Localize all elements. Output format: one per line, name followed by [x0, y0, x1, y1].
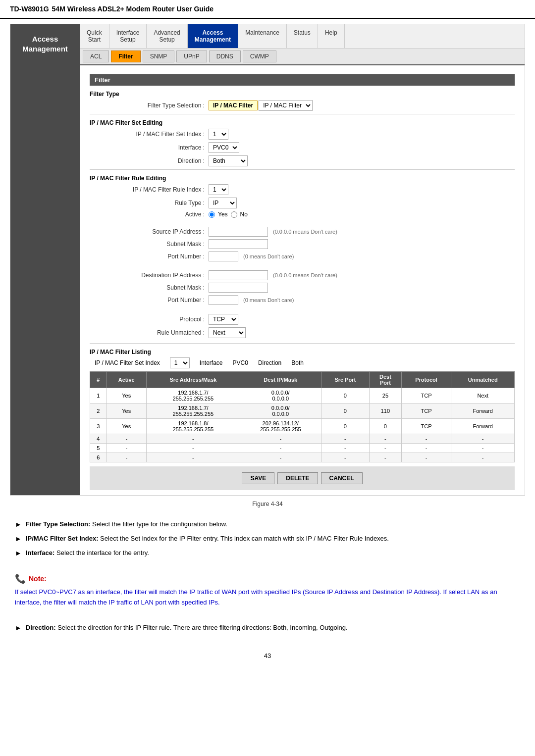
note-icon: 📞 — [15, 573, 26, 584]
table-cell: 0 — [321, 388, 370, 403]
table-cell: - — [370, 444, 401, 453]
nav-interface-setup[interactable]: InterfaceSetup — [109, 24, 147, 48]
table-cell: - — [146, 434, 240, 444]
subnav-cwmp[interactable]: CWMP — [243, 50, 276, 62]
table-cell: - — [451, 444, 515, 453]
desc-direction-term: Direction: — [26, 624, 56, 631]
arrow-icon-1: ► — [15, 519, 22, 530]
src-ip-input[interactable]: 192.168.1.7 — [209, 227, 268, 237]
subnav-acl[interactable]: ACL — [83, 50, 109, 62]
desc-interface-body: Select the interface for the entry. — [54, 549, 149, 556]
table-cell: TCP — [401, 403, 451, 419]
protocol-label: Protocol : — [100, 316, 209, 323]
bottom-buttons: SAVE DELETE CANCEL — [90, 466, 515, 490]
delete-button[interactable]: DELETE — [277, 472, 318, 484]
src-port-input[interactable]: 0 — [209, 252, 238, 261]
rule-type-select[interactable]: IP MAC — [209, 198, 237, 208]
active-row: Active : Yes No — [90, 211, 515, 218]
dst-ip-label: Destination IP Address : — [100, 272, 209, 279]
protocol-select[interactable]: TCP UDP ICMP All — [209, 314, 238, 325]
table-cell: 5 — [90, 444, 107, 453]
active-no-radio[interactable] — [231, 211, 237, 218]
table-info-row: IP / MAC Filter Set Index 1 Interface PV… — [90, 357, 515, 368]
interface-select[interactable]: PVC0 PVC1 LAN — [209, 142, 239, 153]
table-cell: 0 — [370, 419, 401, 434]
src-ip-label: Source IP Address : — [100, 228, 209, 235]
main-container: AccessManagement QuickStart InterfaceSet… — [10, 24, 525, 496]
dst-ip-input[interactable]: 0.0.0.0 — [209, 270, 268, 280]
rule-unmatched-select[interactable]: Next Forward Drop — [209, 327, 246, 338]
dst-port-hint: (0 means Don't care) — [243, 297, 294, 303]
protocol-row: Protocol : TCP UDP ICMP All — [90, 314, 515, 325]
filter-type-dropdown[interactable]: IP / MAC Filter — [259, 100, 313, 111]
subnav-snmp[interactable]: SNMP — [143, 50, 175, 62]
desc-set-index-term: IP/MAC Filter Set Index: — [26, 535, 99, 542]
desc-filter-type-body: Select the filter type for the configura… — [90, 520, 227, 528]
direction-row: Direction : Both Incoming Outgoing — [90, 155, 515, 166]
table-row: 5------- — [90, 444, 515, 453]
nav-access-management[interactable]: AccessManagement — [188, 24, 238, 48]
nav-quick-start[interactable]: QuickStart — [80, 24, 109, 48]
dst-port-input[interactable]: 25 — [209, 295, 238, 305]
interface-row: Interface : PVC0 PVC1 LAN — [90, 142, 515, 153]
table-cell: 0.0.0.0/0.0.0.0 — [240, 388, 321, 403]
table-cell: 25 — [370, 388, 401, 403]
table-cell: 192.168.1.7/255.255.255.255 — [146, 388, 240, 403]
table-cell: 192.168.1.8/255.255.255.255 — [146, 419, 240, 434]
dst-subnet-input[interactable]: 0.0.0.0 — [209, 283, 268, 293]
save-button[interactable]: SAVE — [242, 472, 274, 484]
table-cell: 0.0.0.0/0.0.0.0 — [240, 403, 321, 419]
subnav-ddns[interactable]: DDNS — [209, 50, 241, 62]
desc-direction-text: Direction: Select the direction for this… — [26, 623, 348, 633]
desc-direction-body: Select the direction for this IP Filter … — [56, 624, 348, 631]
src-subnet-input[interactable]: 255.255.255.255 — [209, 239, 268, 249]
interface-label: Interface : — [100, 144, 209, 151]
arrow-icon-2: ► — [15, 534, 22, 544]
listing-set-index-select[interactable]: 1 — [170, 357, 190, 368]
table-cell: Yes — [107, 419, 147, 434]
desc-interface-text: Interface: Select the interface for the … — [26, 548, 149, 558]
subnav-filter[interactable]: Filter — [111, 50, 140, 62]
table-cell: - — [146, 453, 240, 462]
dst-ip-row: Destination IP Address : 0.0.0.0 (0.0.0.… — [90, 270, 515, 280]
table-cell: - — [370, 434, 401, 444]
model-name: TD-W8901G — [10, 5, 49, 13]
src-subnet-label: Subnet Mask : — [100, 241, 209, 248]
nav-advanced-setup[interactable]: AdvancedSetup — [147, 24, 187, 48]
table-cell: 1 — [90, 388, 107, 403]
rule-type-row: Rule Type : IP MAC — [90, 198, 515, 208]
set-index-select[interactable]: 1 2 3 — [209, 129, 228, 140]
src-port-label: Port Number : — [100, 253, 209, 260]
src-ip-row: Source IP Address : 192.168.1.7 (0.0.0.0… — [90, 227, 515, 237]
note-header-text: Note: — [29, 575, 47, 583]
content-body: Filter Filter Type Filter Type Selection… — [80, 65, 525, 495]
active-yes-radio[interactable] — [209, 211, 215, 218]
rule-unmatched-label: Rule Unmatched : — [100, 329, 209, 336]
table-cell: - — [321, 444, 370, 453]
nav-status[interactable]: Status — [287, 24, 318, 48]
subnav-upnp[interactable]: UPnP — [176, 50, 207, 62]
listing-interface-label: Interface — [200, 359, 223, 366]
table-cell: Yes — [107, 403, 147, 419]
filter-section-header: Filter — [90, 74, 515, 86]
col-dest: Dest IP/Mask — [240, 372, 321, 388]
table-cell: - — [240, 444, 321, 453]
table-cell: 110 — [370, 403, 401, 419]
filter-type-label: Filter Type — [90, 91, 515, 98]
table-cell: 0 — [321, 403, 370, 419]
direction-select[interactable]: Both Incoming Outgoing — [209, 155, 248, 166]
nav-help[interactable]: Help — [318, 24, 345, 48]
cancel-button[interactable]: CANCEL — [321, 472, 363, 484]
listing-direction-value: Both — [291, 359, 304, 366]
rule-index-select[interactable]: 1 — [209, 184, 228, 195]
nav-maintenance[interactable]: Maintenance — [238, 24, 287, 48]
listing-set-index-label: IP / MAC Filter Set Index — [95, 359, 160, 366]
table-row: 3Yes192.168.1.8/255.255.255.255202.96.13… — [90, 419, 515, 434]
active-yes-label: Yes — [218, 211, 228, 218]
rule-index-row: IP / MAC Filter Rule Index : 1 — [90, 184, 515, 195]
table-row: 6------- — [90, 453, 515, 462]
table-row: 4------- — [90, 434, 515, 444]
table-cell: 3 — [90, 419, 107, 434]
table-cell: Yes — [107, 388, 147, 403]
table-cell: - — [321, 434, 370, 444]
